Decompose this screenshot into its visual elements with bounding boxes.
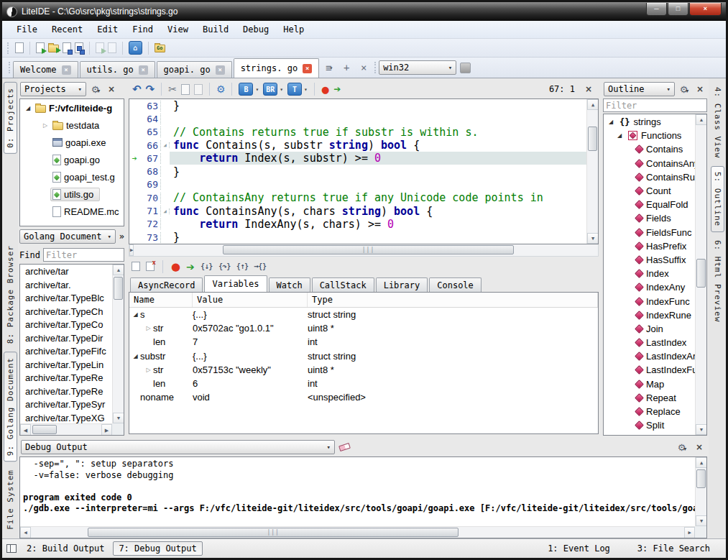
find-filter-input[interactable] — [43, 248, 124, 262]
doc-list-item[interactable]: archive/tar — [21, 265, 112, 279]
doc-list-item[interactable]: archive/tar.TypeRe — [21, 372, 112, 385]
menu-item-recent[interactable]: Recent — [45, 22, 90, 37]
expanded-expander-icon[interactable]: ◢ — [606, 119, 616, 125]
record-log-icon[interactable] — [132, 262, 140, 271]
expanded-expander-icon[interactable]: ◢ — [131, 311, 140, 318]
dock-tab[interactable]: 4: Class View — [711, 82, 724, 163]
outline-function[interactable]: IndexAny — [604, 280, 695, 294]
outline-root[interactable]: ◢{}strings — [604, 115, 695, 129]
doc-list-item[interactable]: archive/tar.TypeCo — [21, 318, 112, 332]
output-combo[interactable]: Debug Output▾ — [21, 440, 335, 454]
variable-row[interactable]: ◢substr{...}struct string — [129, 349, 598, 363]
outline-close-icon[interactable]: × — [694, 84, 706, 94]
outline-function[interactable]: Fields — [604, 211, 695, 225]
toolbar-handle[interactable] — [7, 42, 9, 54]
doc-list-item[interactable]: archive/tar.TypeXG — [21, 412, 112, 424]
outline-function[interactable]: Contains — [604, 142, 695, 156]
output-close-icon[interactable]: × — [693, 442, 706, 452]
outline-function[interactable]: Split — [604, 418, 695, 432]
output-gear-icon[interactable]: ⚙▾ — [676, 442, 688, 453]
outline-function[interactable]: Map — [604, 377, 695, 391]
doc-list-vscrollbar[interactable]: ▲ ▼ — [112, 265, 124, 423]
variable-row[interactable]: ▷str0x57153c "weekly"uint8 * — [129, 363, 598, 377]
undo-icon[interactable]: ↶ — [132, 83, 142, 96]
close-file-icon[interactable] — [108, 42, 116, 53]
menu-item-find[interactable]: Find — [125, 22, 160, 37]
paste-icon[interactable] — [194, 84, 203, 95]
fold-marker-icon[interactable]: ◢ — [161, 208, 170, 214]
doc-mode-combo[interactable]: Golang Document▾ — [19, 229, 116, 244]
outline-function[interactable]: EqualFold — [604, 198, 695, 211]
close-tab-icon[interactable]: × — [355, 60, 372, 76]
continue-icon[interactable]: ➔ — [186, 261, 195, 272]
doc-list-item[interactable]: archive/tar.TypeSyr — [21, 398, 112, 412]
status-toggle[interactable]: 3: File Search — [632, 541, 716, 556]
tree-item[interactable]: README.mc — [20, 203, 124, 220]
outline-gear-icon[interactable]: ⚙▾ — [678, 84, 691, 95]
column-header[interactable]: Value — [193, 293, 308, 307]
doc-list-item[interactable]: archive/tar.TypeFifc — [21, 345, 112, 359]
record-stop-icon[interactable]: x — [146, 262, 155, 271]
doc-list-item[interactable]: archive/tar.TypeLin — [21, 359, 112, 372]
editor-tab[interactable]: utils. go× — [80, 61, 155, 78]
outline-vscrollbar[interactable]: ▲ ▼ — [695, 114, 706, 435]
build-run-button[interactable]: BR — [263, 83, 277, 96]
build-dropdown-icon[interactable]: ▾ — [255, 86, 259, 93]
build-button[interactable]: B — [239, 83, 253, 96]
doc-more-icon[interactable]: » — [118, 231, 126, 242]
env-combo[interactable]: win32▾ — [379, 60, 456, 75]
outline-function[interactable]: LastIndexAr — [604, 349, 695, 363]
menu-item-debug[interactable]: Debug — [236, 22, 276, 37]
debug-tab[interactable]: Library — [376, 277, 428, 292]
column-header[interactable]: Type — [308, 293, 598, 307]
debug-tab[interactable]: CallStack — [312, 277, 374, 292]
tree-item[interactable]: goapi.exe — [20, 134, 124, 151]
maximize-button[interactable]: □ — [668, 3, 688, 16]
editor-hscrollbar[interactable]: ◀ ||| ▶ — [129, 244, 599, 257]
status-toggle[interactable]: 1: Event Log — [542, 541, 616, 556]
tree-item[interactable]: ◢F:/vfc/liteide-g — [20, 99, 124, 116]
dock-tab[interactable]: 8: Package Browser — [4, 240, 17, 349]
stop-debug-icon[interactable]: ● — [171, 260, 180, 273]
tab-close-icon[interactable]: × — [62, 65, 71, 75]
output-hscrollbar[interactable]: ◀ ||| ▶ — [20, 526, 695, 538]
outline-function[interactable]: Index — [604, 267, 695, 280]
env-indicator-icon[interactable] — [460, 63, 471, 73]
expanded-expander-icon[interactable]: ◢ — [23, 105, 33, 111]
expanded-expander-icon[interactable]: ◢ — [614, 132, 625, 139]
outline-combo[interactable]: Outline▾ — [604, 82, 675, 96]
save-file-icon[interactable] — [63, 42, 71, 53]
tab-list-icon[interactable]: ≡▾ — [321, 60, 338, 76]
expanded-expander-icon[interactable]: ◢ — [131, 353, 140, 359]
variable-row[interactable]: len7int — [129, 335, 598, 349]
close-button[interactable]: × — [689, 3, 722, 16]
doc-list-item[interactable]: archive/tar.TypeDir — [21, 332, 112, 346]
editor-vscrollbar[interactable]: ▲ ▼ — [586, 99, 598, 244]
menu-item-view[interactable]: View — [160, 22, 195, 37]
outline-function[interactable]: IndexRune — [604, 308, 695, 322]
new-tab-icon[interactable]: + — [338, 60, 355, 76]
copy-icon[interactable] — [181, 84, 190, 95]
variable-row[interactable]: len6int — [129, 377, 598, 390]
panel-close-icon[interactable]: × — [105, 84, 118, 94]
tab-close-icon[interactable]: × — [216, 65, 225, 75]
dock-tab[interactable]: 9: Golang Document — [4, 352, 17, 462]
code-editor[interactable]: 63}64 65// Contains returns true if subs… — [129, 98, 599, 244]
outline-function[interactable]: Replace — [604, 405, 695, 418]
cut-icon[interactable]: ✂ — [168, 83, 177, 95]
outline-function[interactable]: Repeat — [604, 391, 695, 405]
outline-function[interactable]: HasSuffix — [604, 253, 695, 267]
variable-row[interactable]: nonamevoid<unspecified> — [129, 390, 598, 404]
tree-item[interactable]: goapi.go — [20, 151, 124, 168]
minimize-button[interactable]: ─ — [646, 3, 667, 16]
breakpoint-icon[interactable]: ● — [321, 84, 329, 95]
tree-item[interactable]: utils.go — [20, 185, 124, 203]
dock-tab[interactable]: 5: Outline — [711, 166, 724, 232]
tab-close-icon[interactable]: × — [303, 64, 312, 73]
run-to-line-icon[interactable]: →{} — [254, 262, 266, 271]
home-icon[interactable]: ⌂ — [129, 41, 142, 55]
test-button[interactable]: T — [287, 83, 302, 96]
new-file-icon[interactable] — [15, 42, 24, 53]
output-vscrollbar[interactable]: ▲ ▼ — [695, 457, 706, 526]
step-over-icon[interactable]: {↷} — [218, 262, 231, 271]
